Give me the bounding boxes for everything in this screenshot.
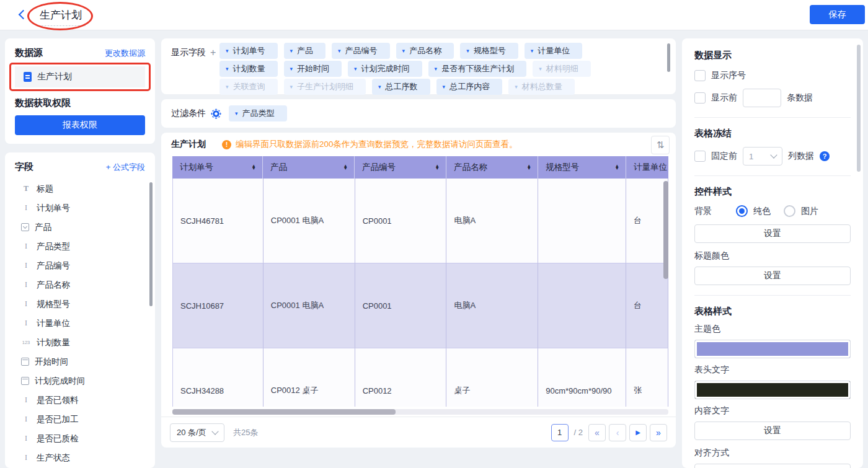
chevron-down-icon: ▾ — [338, 48, 341, 54]
date-field-icon — [21, 377, 29, 385]
field-chip[interactable]: ▾计划单号 — [219, 43, 278, 59]
table-cell: SCJH10687 — [173, 263, 264, 348]
sort-arrows-icon[interactable]: ▲▼ — [615, 165, 619, 170]
field-chip[interactable]: ▾是否有下级生产计划 — [428, 61, 527, 77]
current-page-box[interactable]: 1 — [551, 424, 569, 441]
data-permission-title: 数据获取权限 — [15, 97, 145, 109]
field-label: 是否已加工 — [37, 414, 79, 425]
field-item[interactable]: T标题 — [5, 179, 155, 198]
table-cell: 90cm*90cm*90/90 — [538, 348, 626, 407]
first-page-button[interactable]: « — [588, 424, 606, 441]
display-fields-scrollbar[interactable] — [667, 43, 670, 72]
solid-color-radio[interactable] — [736, 205, 748, 217]
page-size-select[interactable]: 20 条/页 — [170, 423, 224, 442]
freeze-checkbox[interactable] — [694, 151, 706, 162]
field-item[interactable]: I产品类型 — [5, 237, 155, 256]
field-chip[interactable]: ▾子生产计划明细 — [284, 79, 366, 95]
sort-arrows-icon[interactable]: ▲▼ — [435, 165, 440, 170]
field-item[interactable]: I是否已加工 — [5, 410, 155, 429]
fields-scrollbar[interactable] — [149, 182, 153, 306]
field-item[interactable]: 产品 — [5, 218, 155, 237]
back-button[interactable] — [17, 9, 29, 20]
column-header[interactable]: 规格型号▲▼ — [538, 156, 626, 179]
table-cell: 电脑A — [446, 263, 538, 348]
sort-arrows-icon[interactable]: ▲▼ — [343, 165, 348, 170]
show-index-checkbox[interactable] — [694, 70, 706, 81]
chevron-down-icon: ▾ — [235, 110, 238, 117]
column-header[interactable]: 产品名称▲▼ — [446, 156, 538, 179]
field-item[interactable]: 123计划数量 — [5, 333, 155, 352]
date-field-icon — [21, 358, 29, 366]
field-item[interactable]: I计划单号 — [5, 198, 155, 218]
show-first-checkbox[interactable] — [694, 92, 706, 104]
field-item[interactable]: I计量单位 — [5, 314, 155, 333]
add-display-field-button[interactable]: + — [210, 48, 216, 58]
datasource-item[interactable]: 生产计划 — [15, 66, 145, 87]
sort-tool-button[interactable]: ⇅ — [651, 136, 670, 154]
field-chip[interactable]: ▾材料总数量 — [508, 79, 575, 95]
content-text-set-button[interactable]: 设置 — [694, 422, 851, 440]
header-text-color-swatch[interactable] — [694, 381, 851, 399]
column-header[interactable]: 计划单号▲▼ — [172, 156, 263, 179]
field-chip[interactable]: ▾产品 — [284, 43, 326, 59]
background-set-button[interactable]: 设置 — [694, 224, 851, 243]
field-chip[interactable]: ▾总工序内容 — [436, 79, 503, 95]
sort-arrows-icon[interactable]: ▲▼ — [527, 165, 531, 170]
theme-color-swatch[interactable] — [694, 340, 851, 358]
field-item[interactable]: I生产状态 — [5, 448, 155, 467]
add-formula-field-link[interactable]: + 公式字段 — [106, 162, 145, 173]
image-radio[interactable] — [784, 205, 795, 217]
help-icon[interactable]: ? — [820, 151, 830, 161]
top-bar: 生产计划 保存 — [0, 0, 868, 30]
sort-arrows-icon[interactable]: ▲▼ — [252, 165, 256, 170]
field-chip[interactable]: ▾材料明细 — [533, 61, 591, 77]
field-item[interactable]: I规格型号 — [5, 294, 155, 314]
field-chip[interactable]: ▾计划完成时间 — [348, 61, 422, 77]
field-chip[interactable]: ▾规格型号 — [460, 43, 518, 59]
chevron-down-icon: ▾ — [435, 66, 438, 72]
field-item[interactable]: 计划完成时间 — [5, 371, 155, 391]
chip-label: 计划数量 — [233, 63, 265, 74]
field-chip[interactable]: ▾产品名称 — [396, 43, 454, 59]
align-control-partial[interactable] — [694, 464, 851, 468]
field-item[interactable]: I是否已领料 — [5, 391, 155, 410]
field-item[interactable]: 开始时间 — [5, 352, 155, 371]
column-header[interactable]: 计量单位 — [626, 156, 668, 179]
field-label: 规格型号 — [37, 299, 70, 310]
table-style-title: 表格样式 — [694, 306, 851, 317]
freeze-count-select[interactable]: 1 — [743, 147, 782, 166]
datasource-title: 数据源 — [15, 47, 43, 59]
page-title[interactable]: 生产计划 — [40, 8, 82, 22]
change-datasource-link[interactable]: 更改数据源 — [105, 48, 145, 59]
field-label: 是否已质检 — [37, 433, 79, 444]
title-color-set-button[interactable]: 设置 — [694, 267, 851, 285]
table-vertical-scrollbar[interactable] — [663, 181, 668, 279]
column-header[interactable]: 产品编号▲▼ — [355, 156, 446, 179]
show-first-count-input[interactable] — [743, 89, 781, 107]
next-page-button[interactable]: ▶ — [629, 424, 647, 441]
field-chip[interactable]: ▾总工序数 — [372, 79, 430, 95]
field-chip[interactable]: ▾开始时间 — [284, 61, 342, 77]
chevron-down-icon: ▾ — [226, 48, 229, 54]
column-header[interactable]: 产品▲▼ — [263, 156, 355, 179]
field-chip[interactable]: ▾产品编号 — [332, 43, 390, 59]
prev-page-button[interactable]: ‹ — [609, 424, 626, 441]
filter-settings-gear-icon[interactable] — [212, 110, 220, 118]
horizontal-scroll-thumb[interactable] — [172, 409, 396, 415]
chip-label: 规格型号 — [474, 45, 506, 56]
report-permission-button[interactable]: 报表权限 — [15, 115, 145, 135]
field-item[interactable]: I产品编号 — [5, 256, 155, 275]
field-chip[interactable]: ▾计划数量 — [219, 61, 278, 77]
table-horizontal-scrollbar[interactable] — [172, 409, 668, 415]
chevron-down-icon: ▾ — [443, 84, 446, 90]
field-chip[interactable]: ▾计量单位 — [525, 43, 583, 59]
settings-scrollbar[interactable] — [857, 45, 861, 172]
field-item[interactable]: I是否已质检 — [5, 429, 155, 448]
save-button[interactable]: 保存 — [810, 5, 865, 24]
page-size-value: 20 条/页 — [177, 427, 206, 438]
last-page-button[interactable]: » — [650, 424, 667, 441]
field-chip[interactable]: ▾关联查询 — [219, 79, 278, 95]
field-chip[interactable]: ▾产品类型 — [229, 105, 287, 121]
field-item[interactable]: I产品名称 — [5, 275, 155, 294]
text-field-icon: I — [21, 242, 31, 251]
